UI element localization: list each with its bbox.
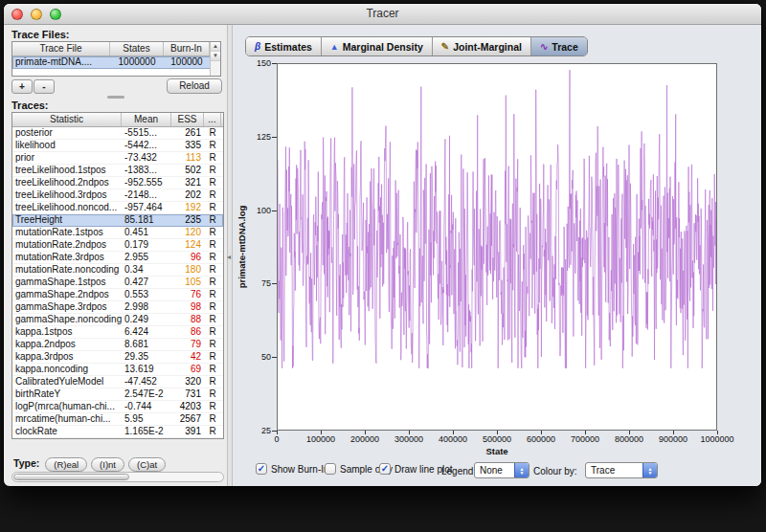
trace-row[interactable]: prior-73.432113R [12,152,223,165]
mean-cell: 29.35 [122,351,171,363]
splitter-handle[interactable] [107,96,124,99]
y-axis-label: primate-mtDNA.log [237,206,247,289]
trace-row[interactable]: likelihood-5442...335R [12,140,223,152]
reload-button[interactable]: Reload [167,78,222,94]
colour-by-select[interactable]: Trace▲▼ [585,462,658,478]
zoom-button[interactable] [50,9,61,20]
statistic-cell: mutationRate.noncoding [12,264,122,276]
trace-row[interactable]: mutationRate.3rdpos2.95596R [12,252,223,264]
statistic-cell: treeLikelihood.1stpos [12,165,122,176]
trace-row[interactable]: kappa.1stpos6.42486R [12,326,223,339]
show-burnin-checkbox[interactable]: ✓ [256,463,267,475]
scroll-down-icon[interactable]: ▼ [211,52,220,61]
trace-row[interactable]: mutationRate.1stpos0.451120R [12,227,223,239]
trace-row[interactable]: clockRate1.165E-2391R [12,426,223,438]
trace-row[interactable]: treeLikelihood.noncod...-957.464192R [12,202,223,214]
close-button[interactable] [11,9,23,20]
trace-plot [277,63,717,431]
trace-row[interactable]: mutationRate.2ndpos0.179124R [12,239,223,252]
traces-column-header[interactable]: ... [204,113,221,126]
mean-cell: -47.452 [122,376,171,388]
burnin-cell: 100000 [164,56,210,68]
trace-row[interactable]: treeLikelihood.2ndpos-952.555321R [12,177,223,189]
trace-row[interactable]: treeLikelihood.3rdpos-2148...202R [12,189,223,202]
files-column-header[interactable]: Trace File [12,42,110,55]
traces-table-header: StatisticMeanESS... [12,113,223,127]
statistic-cell: gammaShape.noncoding [12,314,122,325]
trace-row[interactable]: kappa.noncoding13.61969R [12,364,223,376]
ess-cell: 76 [171,289,204,300]
trace-row[interactable]: gammaShape.1stpos0.427105R [12,277,223,289]
x-tick-mark [321,431,322,434]
draw-line-plot-checkbox[interactable]: ✓ [379,463,391,475]
traces-label: Traces: [11,100,49,111]
sample-only-checkbox[interactable] [325,463,336,475]
add-trace-file-button[interactable]: + [11,79,33,94]
density-icon: ▲ [330,42,339,52]
traces-column-header[interactable]: Statistic [12,113,122,126]
y-tick-label: 125 [246,132,271,142]
type-filter-button[interactable]: (R)eal [45,457,87,472]
trace-row[interactable]: gammaShape.noncoding0.24988R [12,314,223,326]
type-label: Type: [13,457,39,469]
minimize-button[interactable] [31,9,42,20]
statistic-cell: gammaShape.3rdpos [12,301,122,313]
ess-cell: 88 [171,314,204,325]
type-row: Type: (R)eal(I)nt(C)at [13,454,169,472]
tab-label: Trace [552,41,577,53]
statistic-cell: kappa.1stpos [12,326,122,338]
trace-row[interactable]: birthRateY2.547E-2731R [12,388,223,401]
scrollbar-thumb[interactable] [13,474,129,480]
files-table-scrollbar[interactable]: ▲ ▼ [210,42,220,76]
traces-column-header[interactable]: ESS [171,113,204,126]
right-panel: βEstimates▲Marginal Density✎Joint-Margin… [233,25,762,487]
y-tick-mark [272,357,277,358]
trace-row[interactable]: kappa.3rdpos29.3542R [12,351,223,364]
trace-row[interactable]: TreeHeight85.181235R [12,214,223,227]
trace-row[interactable]: mutationRate.noncoding0.34180R [12,264,223,277]
trace-row[interactable]: gammaShape.2ndpos0.55376R [12,289,223,301]
trace-row[interactable]: kappa.2ndpos8.68179R [12,339,223,351]
x-tick-label: 1000000 [687,434,748,444]
type-cell: R [204,264,221,276]
files-column-header[interactable]: States [110,42,164,55]
tab-marginal-density[interactable]: ▲Marginal Density [322,37,433,55]
tab-estimates[interactable]: βEstimates [246,37,322,55]
traces-column-header[interactable]: Mean [122,113,171,126]
trace-row[interactable]: logP(mrca(human-chi...-0.7444203R [12,401,223,413]
type-filter-button[interactable]: (C)at [128,457,166,472]
type-filter-button[interactable]: (I)nt [91,457,124,472]
mean-cell: -5442... [122,140,171,151]
ess-cell: 98 [171,301,204,313]
divider-grip-icon[interactable]: ◂ [227,253,231,261]
statistic-cell: clockRate [12,426,122,437]
left-horizontal-scrollbar[interactable] [11,472,224,482]
statistic-cell: gammaShape.1stpos [12,277,122,288]
tab-joint-marginal[interactable]: ✎Joint-Marginal [433,37,531,55]
tab-trace[interactable]: ∿Trace [531,37,587,55]
x-tick-mark [497,431,498,434]
x-axis-label: State [277,446,717,456]
trace-row[interactable]: gammaShape.3rdpos2.99898R [12,301,223,314]
mean-cell: 0.553 [122,289,171,300]
trace-row[interactable]: posterior-5515...261R [12,127,223,140]
type-cell: R [204,326,221,338]
file-name-cell: primate-mtDNA.... [12,56,110,68]
titlebar[interactable]: Tracer [4,4,761,25]
trace-row[interactable]: mrcatime(human-chi...5.952567R [12,413,223,426]
remove-trace-file-button[interactable]: - [34,79,55,94]
trace-row[interactable]: treeLikelihood.1stpos-1383...502R [12,165,223,177]
trace-row[interactable]: CalibratedYuleModel-47.452320R [12,376,223,388]
scroll-up-icon[interactable]: ▲ [211,42,220,52]
statistic-cell: mrcatime(human-chi... [12,413,122,425]
mean-cell: 0.34 [122,264,171,276]
y-tick-label: 100 [246,206,271,215]
ess-cell: 235 [171,214,204,226]
beta-icon: β [255,41,260,52]
ess-cell: 192 [171,202,204,213]
trace-line-chart [278,64,716,430]
trace-file-row[interactable]: primate-mtDNA....1000000100000 [12,56,220,69]
legend-select[interactable]: None▲▼ [474,462,529,478]
traffic-lights [11,9,61,20]
files-column-header[interactable]: Burn-In [164,42,210,55]
